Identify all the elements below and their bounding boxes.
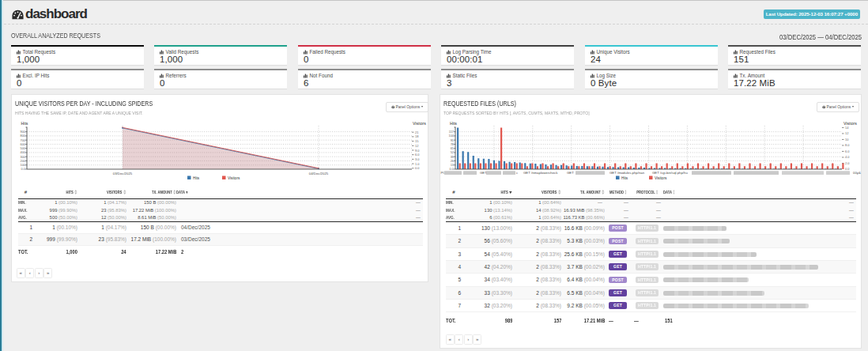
svg-text:Visitors: Visitors [413, 121, 426, 126]
svg-text:GET: GET [567, 171, 574, 175]
svg-text:300: 300 [21, 155, 26, 159]
svg-text:10: 10 [845, 138, 849, 142]
svg-text:700: 700 [21, 138, 26, 142]
svg-text:91: 91 [451, 138, 454, 142]
svg-text:GET /modules.php/nan: GET /modules.php/nan [609, 171, 645, 175]
svg-text:6.0: 6.0 [415, 153, 420, 157]
svg-text:0.0: 0.0 [845, 167, 850, 171]
svg-text:15: 15 [415, 139, 418, 143]
svg-text:1.0: 1.0 [415, 162, 420, 166]
svg-text:GET /nmaplowercheck: GET /nmaplowercheck [523, 171, 558, 175]
svg-text:600: 600 [21, 142, 26, 146]
svg-text:0.0: 0.0 [415, 166, 420, 170]
svg-text:78: 78 [451, 142, 454, 146]
svg-text:65: 65 [451, 146, 454, 150]
svg-text:12: 12 [845, 131, 848, 135]
svg-text:400: 400 [21, 150, 26, 154]
svg-text:GET /cgi-bin/sql.php/hu: GET /cgi-bin/sql.php/hu [652, 171, 688, 175]
svg-text:14: 14 [845, 126, 849, 130]
svg-text:3.0: 3.0 [415, 157, 420, 161]
svg-text:52: 52 [451, 150, 454, 154]
svg-text:03/Dec/2025: 03/Dec/2025 [113, 172, 133, 176]
svg-text:04/Dec/2025: 04/Dec/2025 [309, 172, 329, 176]
svg-text:900: 900 [21, 130, 26, 134]
svg-text:Hits: Hits [193, 176, 200, 180]
svg-text:18: 18 [415, 134, 418, 138]
svg-text:c: c [516, 171, 519, 175]
svg-text:Visitors: Visitors [655, 176, 667, 180]
svg-text:800: 800 [21, 134, 26, 138]
svg-text:4.0: 4.0 [845, 155, 850, 159]
svg-text:0.0: 0.0 [450, 167, 455, 171]
svg-text:8.0: 8.0 [845, 143, 850, 147]
svg-text:9.0: 9.0 [415, 149, 420, 153]
svg-text:Hits: Hits [450, 121, 457, 126]
svg-text:39: 39 [451, 155, 454, 159]
svg-text:500: 500 [21, 146, 26, 150]
svg-text:0.0: 0.0 [21, 167, 26, 171]
svg-text:Hits: Hits [21, 121, 28, 126]
svg-text:104: 104 [449, 134, 455, 138]
svg-text:200: 200 [21, 159, 26, 163]
svg-text:2.0: 2.0 [845, 161, 850, 165]
svg-text:26: 26 [451, 159, 454, 163]
svg-text:117: 117 [449, 130, 454, 134]
svg-text:21: 21 [415, 130, 418, 134]
svg-text:00y&: 00y& [853, 171, 861, 175]
svg-text:Hits: Hits [621, 176, 628, 180]
svg-text:Visitors: Visitors [228, 176, 240, 180]
svg-text:6.0: 6.0 [845, 149, 850, 153]
svg-text:12: 12 [415, 144, 418, 148]
